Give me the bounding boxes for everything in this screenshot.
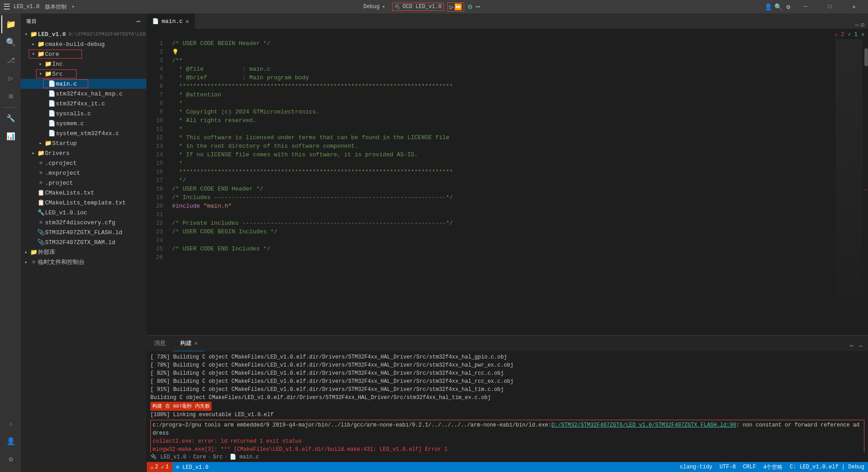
- panel-tab-build[interactable]: 构建 ✕: [173, 336, 205, 351]
- build-failed-line: 构建 在 997毫秒 内失败: [150, 402, 864, 411]
- scrollbar-thumb[interactable]: [864, 48, 868, 66]
- tree-item-temp[interactable]: ▸ ≡ 临时文件和控制台: [21, 257, 146, 267]
- panel-minimize-icon[interactable]: —: [857, 340, 864, 351]
- code-line-2: 💡: [172, 48, 836, 56]
- debug-step-btn[interactable]: ⏩: [454, 3, 462, 11]
- tree-item-external[interactable]: ▸ 📁 外部库: [21, 247, 146, 257]
- activity-source-control[interactable]: ⎇: [1, 51, 19, 69]
- activity-warnings[interactable]: ⚠: [1, 414, 19, 432]
- code-editor[interactable]: 1 2 3 4 5 6 7 8 9 10 11 12 13 14 15 16 1: [147, 39, 868, 335]
- debug-more-icon[interactable]: ⋯: [476, 2, 480, 11]
- tree-item-inc[interactable]: ▸ 📁 Inc: [21, 59, 146, 69]
- sidebar-more-icon[interactable]: ⋯: [137, 18, 141, 25]
- menu-version-dropdown[interactable]: ▾: [72, 4, 75, 9]
- tree-item-cmake-template[interactable]: 📋 CMakeLists_template.txt: [21, 198, 146, 208]
- status-project[interactable]: ⊙ LED_v1.0: [172, 462, 212, 472]
- activity-extensions[interactable]: ⊞: [1, 87, 19, 105]
- activity-search[interactable]: 🔍: [1, 33, 19, 51]
- editor-scrollbar[interactable]: —: [863, 39, 868, 335]
- close-button[interactable]: ✕: [844, 0, 864, 14]
- clang-tidy-label: clang-tidy: [680, 464, 712, 470]
- status-columns[interactable]: 4个空格: [760, 463, 786, 471]
- status-right: clang-tidy UTF-8 CRLF 4个空格 C: LED_v1.0.e…: [676, 463, 868, 471]
- tree-item-ioc[interactable]: 🔧 LED_v1.0.ioc: [21, 208, 146, 218]
- tree-item-sysmem[interactable]: 📄 sysmem.c: [21, 118, 146, 128]
- code-line-1: /* USER CODE BEGIN Header */: [172, 39, 836, 48]
- status-file-info[interactable]: C: LED_v1.0.elf | Debug: [786, 464, 868, 470]
- tree-item-startup[interactable]: ▸ 📁 Startup: [21, 138, 146, 148]
- error-count[interactable]: ⚠ 2: [834, 31, 844, 38]
- breadcrumb-main-c[interactable]: 📄 main.c: [230, 454, 259, 460]
- arrow-external: ▸: [23, 250, 30, 255]
- tree-item-cproject[interactable]: ≡ .cproject: [21, 158, 146, 168]
- breadcrumb-src[interactable]: Src: [213, 454, 223, 460]
- tree-item-drivers[interactable]: ▸ 📁 Drivers: [21, 148, 146, 158]
- status-line-ending[interactable]: CRLF: [739, 464, 760, 470]
- tree-item-cmake-lists[interactable]: 📋 CMakeLists.txt: [21, 188, 146, 198]
- panel-tab-messages[interactable]: 消息: [147, 336, 173, 351]
- tree-item-system[interactable]: 📄 system_stm32f4xx.c: [21, 128, 146, 138]
- breadcrumb-sep1: ›: [188, 454, 191, 460]
- tree-item-flash-ld[interactable]: 📎 STM32F407ZGTX_FLASH.ld: [21, 227, 146, 237]
- icon-it: 📄: [48, 100, 56, 107]
- label-main-c: main.c: [56, 81, 77, 87]
- maximize-button[interactable]: □: [819, 0, 840, 14]
- app-menu-icon[interactable]: ☰: [4, 4, 10, 10]
- activity-extra1[interactable]: 🔧: [1, 109, 19, 127]
- debug-run-btn[interactable]: ▷: [450, 3, 453, 11]
- tree-item-syscalls[interactable]: 📄 syscalls.c: [21, 109, 146, 118]
- tab-more-icon[interactable]: ⋯: [855, 21, 859, 29]
- status-clang-tidy[interactable]: clang-tidy: [676, 464, 716, 470]
- panel-tab-build-close[interactable]: ✕: [194, 340, 198, 347]
- code-line-25: /* USER CODE END Includes */: [172, 245, 836, 253]
- tree-item-project[interactable]: ≡ .project: [21, 178, 146, 188]
- breadcrumb-core[interactable]: Core: [193, 454, 206, 460]
- tree-item-ram-ld[interactable]: 📎 STM32F407ZGTX_RAM.ld: [21, 237, 146, 247]
- debug-gear-icon[interactable]: ⚙: [468, 2, 472, 11]
- activity-explorer[interactable]: 📁: [1, 15, 19, 33]
- activity-run-debug[interactable]: ▷: [1, 69, 19, 87]
- sidebar-content[interactable]: ▾ 📁 LED_v1.0 D:\STM32\STM32F407ZGT6\LED_…: [21, 29, 146, 472]
- tab-close-main-c[interactable]: ✕: [185, 18, 189, 25]
- tree-item-src[interactable]: ▾ 📁 Src: [21, 69, 146, 79]
- tree-item-hal-msp[interactable]: 📄 stm32f4xx_hal_msp.c: [21, 89, 146, 99]
- menu-version-control[interactable]: 版本控制: [45, 3, 67, 11]
- breadcrumb-project[interactable]: 🔌 LED_v1.0: [150, 454, 186, 460]
- titlebar-menu: LED_v1.0 版本控制 ▾: [14, 3, 75, 11]
- label-led-root: LED_v1.0: [38, 31, 66, 38]
- editor-scroll-up[interactable]: ∧: [861, 31, 864, 38]
- debug-config-dropdown[interactable]: Debug ▾: [360, 3, 389, 11]
- tree-item-core[interactable]: ▾ 📁 Core: [21, 49, 146, 59]
- error-link[interactable]: D:/STM32/STM32F407ZGT6/LED_v1.0/STM32F40…: [552, 422, 736, 428]
- label-cproject: .cproject: [45, 160, 77, 167]
- tab-main-c[interactable]: 📄 main.c ✕: [147, 14, 195, 29]
- warning-count[interactable]: ✓ 1: [848, 31, 858, 38]
- code-area[interactable]: /* USER CODE BEGIN Header */ 💡 /** * @fi…: [168, 39, 836, 335]
- debug-dropdown-arrow[interactable]: ▾: [382, 4, 385, 9]
- label-cmake-lists: CMakeLists.txt: [45, 190, 94, 196]
- panel-more-icon[interactable]: ⋯: [848, 340, 855, 351]
- account-icon[interactable]: 👤: [765, 4, 772, 10]
- tab-split-icon[interactable]: ⊡: [861, 21, 864, 29]
- activity-settings[interactable]: ⚙: [1, 450, 19, 468]
- minimize-button[interactable]: —: [795, 0, 816, 14]
- status-encoding[interactable]: UTF-8: [716, 464, 739, 470]
- activity-extra2[interactable]: 📊: [1, 127, 19, 145]
- tree-item-it[interactable]: 📄 stm32f4xx_it.c: [21, 99, 146, 109]
- label-it: stm32f4xx_it.c: [56, 100, 105, 107]
- tree-item-led-root[interactable]: ▾ 📁 LED_v1.0 D:\STM32\STM32F407ZGT6\LED_…: [21, 29, 146, 39]
- line-ending-label: CRLF: [743, 464, 756, 470]
- tree-item-cmake[interactable]: ▸ 📁 cmake-build-debug: [21, 39, 146, 49]
- label-ioc: LED_v1.0.ioc: [45, 209, 87, 216]
- settings-icon[interactable]: ⚙: [785, 4, 791, 10]
- search-icon[interactable]: 🔍: [775, 4, 782, 10]
- status-errors[interactable]: ⚠ 2 ✓ 1: [147, 462, 172, 472]
- icon-cfg: ≡: [37, 219, 45, 226]
- panel-tab-build-label: 构建: [180, 339, 192, 347]
- activity-accounts[interactable]: 👤: [1, 432, 19, 450]
- tree-item-main-c[interactable]: 📄 main.c: [21, 79, 146, 89]
- tree-item-cfg[interactable]: ≡ stm32f4discovery.cfg: [21, 218, 146, 227]
- menu-project[interactable]: LED_v1.0: [14, 4, 40, 10]
- tree-item-mxproject[interactable]: ≡ .mxproject: [21, 168, 146, 178]
- path-led-root: D:\STM32\STM32F407ZGT6\LED_v1.0: [68, 32, 146, 37]
